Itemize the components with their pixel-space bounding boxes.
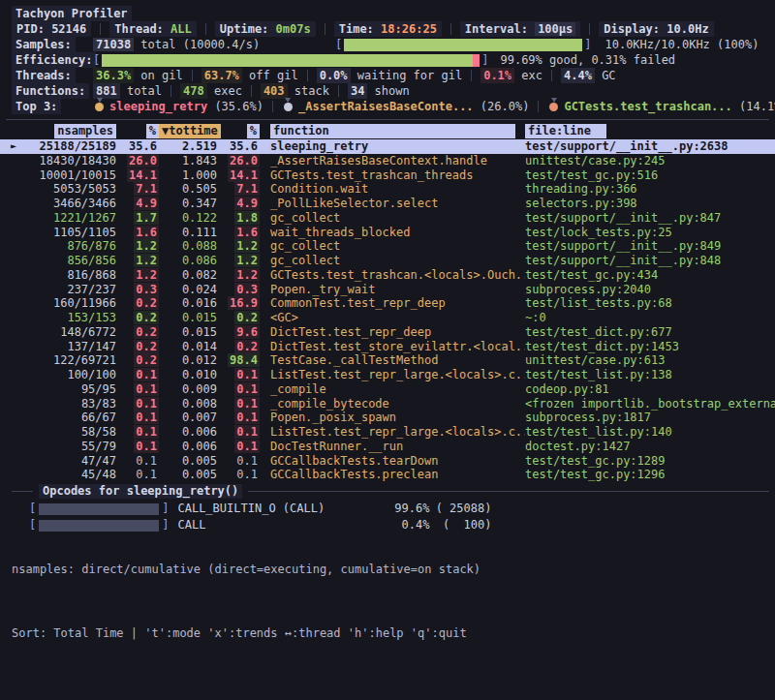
info-value: 100µs [535,22,575,36]
opcodes-dash-right [248,491,769,492]
top3-item[interactable]: GCTests.test_trashcan... (14.1%) [547,99,775,114]
cell-tottime: 0.086 [159,254,217,268]
table-row[interactable]: 1105/1105 1.6 0.111 1.6 wait_threads_blo… [0,226,775,240]
bracket-open: [ [335,37,342,52]
functions-line: Functions: 881 total 478 exec 403 stack … [12,83,775,99]
pct-cumulative-value: 1.6 [234,226,260,239]
table-row[interactable]: 160/11966 0.2 0.016 16.9 CommonTest.test… [0,296,775,311]
info-label: Display: [604,22,660,36]
samples-summary: 71038 total (10000.4/s) [93,37,335,52]
cell-function: _AssertRaisesBaseContext.handle [260,154,525,168]
column-header-tottime-sorted[interactable]: ▼tottime [159,124,217,139]
separator [192,70,193,81]
cell-pct-direct: 1.2 [116,254,159,268]
separator [589,23,590,35]
page-title: Tachyon Profiler [12,6,132,21]
pct-cumulative-value: 1.8 [234,211,260,225]
pct-direct-value: 7.1 [134,182,159,196]
cell-file-line: test/test_list.py:138 [525,368,775,382]
cell-file-line: ~:0 [525,311,775,325]
bracket-open: [ [29,501,36,517]
table-row[interactable]: 856/856 1.2 0.086 1.2 gc_collect test/su… [0,254,775,268]
table-row[interactable]: 122/69721 0.2 0.012 98.4 TestCase._callT… [0,353,775,368]
profile-table-body: ► 25188/25189 35.6 2.519 35.6 sleeping_r… [0,139,775,482]
pct-direct-value: 0.2 [134,353,159,367]
samples-label-cell: Samples: [12,37,93,52]
table-row[interactable]: 45/48 0.1 0.005 0.1 GCCallbackTests.prec… [0,468,775,482]
cell-function: DictTest.test_repr_deep [260,325,525,340]
functions-stats: 881 total 478 exec 403 stack 34 shown [93,83,410,99]
table-row[interactable]: 137/147 0.2 0.014 0.2 DictTest.test_stor… [0,340,775,354]
pct-direct-value: 1.2 [134,239,159,253]
cell-nsamples: 10001/10015 [27,168,116,183]
cell-pct-direct: 0.2 [116,296,159,311]
cell-function: GCCallbackTests.preclean [260,468,525,482]
pct-direct-value: 0.1 [134,382,159,396]
info-label: Interval: [465,22,528,36]
top3-item[interactable]: sleeping_retry (35.6%) [93,99,282,114]
cell-nsamples: 45/48 [27,468,116,482]
pct-direct-value: 0.1 [134,454,159,468]
cell-file-line: unittest/case.py:245 [525,154,775,168]
table-row[interactable]: 1221/1267 1.7 0.122 1.8 gc_collect test/… [0,211,775,226]
cell-file-line: test/support/__init__.py:848 [525,254,775,268]
threads-line: Threads: 36.3% on gil 63.7% off gil 0.0%… [12,68,775,83]
table-row[interactable]: 55/79 0.1 0.006 0.1 DocTestRunner.__run … [0,440,775,454]
stat-item: 36.3% on gil [93,68,202,83]
table-row[interactable]: 816/868 1.2 0.082 1.2 GCTests.test_trash… [0,268,775,283]
footer-keybindings: Sort: Total Time | 't':mode 'x':trends ↔… [12,623,480,644]
table-row[interactable]: 18430/18430 26.0 1.843 26.0 _AssertRaise… [0,154,775,168]
cell-file-line: test/support/__init__.py:847 [525,211,775,226]
top3-item[interactable]: _AssertRaisesBaseConte... (26.0%) [282,99,547,114]
table-row[interactable]: 3466/3466 4.9 0.347 4.9 _PollLikeSelecto… [0,197,775,211]
table-row[interactable]: 66/67 0.1 0.007 0.1 Popen._posix_spawn s… [0,411,775,425]
column-header-nsamples[interactable]: nsamples [0,124,116,139]
cell-pct-direct: 0.1 [116,468,159,482]
stat-value: 63.7% [202,68,242,83]
pct1-header-label: % [146,124,159,138]
cell-function: gc_collect [260,254,525,268]
cell-pct-cumulative: 98.4 [217,353,260,368]
separator [170,85,171,97]
cell-file-line: test/support/__init__.py:849 [525,239,775,254]
table-row[interactable]: 153/153 0.2 0.015 0.2 <GC> ~:0 [0,311,775,325]
pct-cumulative-value: 0.1 [234,440,260,453]
info-value: 10.0Hz [666,22,708,36]
tottime-header-label: ▼tottime [159,124,221,138]
cell-nsamples: 95/95 [27,382,116,397]
cell-function: wait_threads_blocked [260,226,525,240]
cell-function: GCCallbackTests.tearDown [260,454,525,469]
cell-tottime: 0.016 [159,296,217,311]
column-header-function[interactable]: function [260,124,525,139]
pct-direct-value: 0.1 [134,411,159,424]
cell-tottime: 0.007 [159,411,217,425]
cell-nsamples: 5053/5053 [27,182,116,197]
column-header-pct1[interactable]: % [116,124,159,139]
info-segment-box: Interval: 100µs [460,21,580,37]
table-row[interactable]: ► 25188/25189 35.6 2.519 35.6 sleeping_r… [0,139,775,154]
table-row[interactable]: 876/876 1.2 0.088 1.2 gc_collect test/su… [0,239,775,254]
cell-tottime: 0.005 [159,454,217,469]
cell-tottime: 0.008 [159,397,217,411]
table-row[interactable]: 58/58 0.1 0.006 0.1 ListTest.test_repr_l… [0,425,775,440]
table-row[interactable]: 47/47 0.1 0.005 0.1 GCCallbackTests.tear… [0,454,775,469]
cell-nsamples: 122/69721 [27,353,116,368]
pct-cumulative-value: 26.0 [228,154,260,167]
cell-pct-direct: 0.1 [116,397,159,411]
table-row[interactable]: 83/83 0.1 0.008 0.1 _compile_bytecode <f… [0,397,775,411]
stat-value: 0.1% [480,68,514,83]
table-row[interactable]: 95/95 0.1 0.009 0.1 _compile codeop.py:8… [0,382,775,397]
table-row[interactable]: 148/6772 0.2 0.015 9.6 DictTest.test_rep… [0,325,775,340]
table-row[interactable]: 237/237 0.3 0.024 0.3 Popen._try_wait su… [0,283,775,297]
bracket-open: [ [93,52,100,68]
table-row[interactable]: 100/100 0.1 0.010 0.1 ListTest.test_repr… [0,368,775,382]
cell-file-line: test/test_gc.py:1296 [525,468,775,482]
info-segment-box: Display: 10.0Hz [599,21,713,37]
pct-cumulative-value: 1.2 [234,239,260,253]
table-row[interactable]: 10001/10015 14.1 1.000 14.1 GCTests.test… [0,168,775,183]
selected-row-marker [0,254,27,268]
top3-function-name: sleeping_retry [109,99,207,114]
column-header-file-line[interactable]: file:line [525,124,775,139]
table-row[interactable]: 5053/5053 7.1 0.505 7.1 Condition.wait t… [0,182,775,197]
column-header-pct2[interactable]: % [217,124,260,139]
